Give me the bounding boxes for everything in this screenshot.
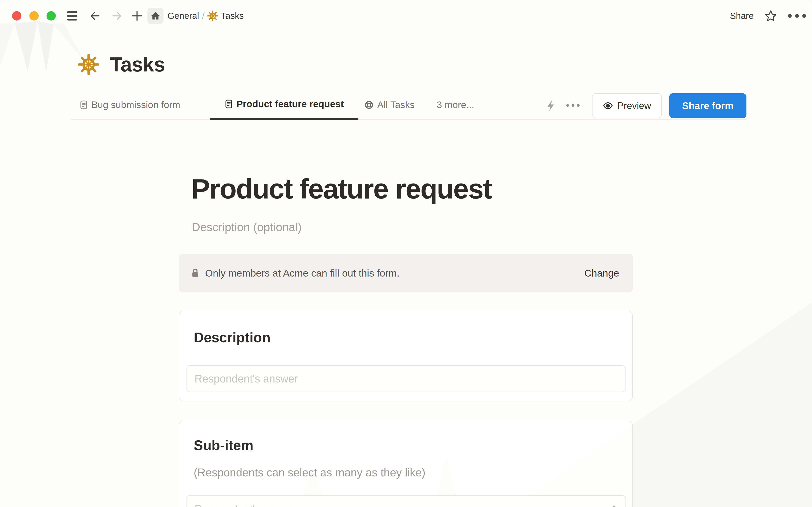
traffic-light-close-button[interactable] (12, 11, 21, 20)
tab-label: Product feature request (236, 99, 344, 110)
tabs-more-options-icon[interactable] (566, 101, 580, 110)
breadcrumb-current[interactable]: Tasks (221, 11, 244, 21)
automation-bolt-icon[interactable] (544, 97, 558, 114)
toolbar-right: Share (730, 0, 806, 32)
answer-input-sub-item[interactable] (186, 495, 626, 507)
page-title: Tasks (110, 53, 165, 76)
tab-label: Bug submission form (91, 99, 180, 110)
page-header: Tasks (78, 53, 165, 76)
sidebar-menu-icon[interactable] (67, 11, 77, 20)
breadcrumb-root[interactable]: General (168, 11, 199, 21)
tab-label: All Tasks (377, 99, 415, 110)
access-notice-text: Only members at Acme can fill out this f… (205, 267, 579, 279)
globe-icon (364, 100, 373, 109)
select-chevrons-icon[interactable] (610, 504, 618, 507)
question-card-sub-item: Sub-item (Respondents can select as many… (179, 421, 633, 507)
back-arrow-icon[interactable] (90, 10, 101, 21)
forward-arrow-icon[interactable] (111, 10, 122, 21)
traffic-light-zoom-button[interactable] (47, 11, 56, 20)
form-doc-icon (225, 100, 233, 108)
tabs-more-button[interactable]: 3 more... (437, 90, 474, 120)
window-toolbar: General / Tasks Share (0, 0, 812, 32)
breadcrumb-separator: / (202, 11, 205, 21)
helm-icon (208, 11, 218, 21)
answer-field-wrap (186, 495, 626, 507)
favorite-star-icon[interactable] (765, 10, 777, 22)
share-form-button[interactable]: Share form (669, 93, 746, 118)
question-title[interactable]: Sub-item (194, 437, 253, 453)
question-title[interactable]: Description (194, 329, 271, 345)
new-tab-plus-icon[interactable] (131, 10, 142, 21)
answer-input-description[interactable] (186, 365, 626, 392)
tab-product-feature-request[interactable]: Product feature request (211, 90, 358, 120)
traffic-light-minimize-button[interactable] (30, 11, 39, 20)
form-tabs-bar: Bug submission form Product feature requ… (0, 90, 812, 120)
home-icon (151, 11, 160, 21)
access-change-button[interactable]: Change (584, 267, 619, 279)
question-card-description: Description (179, 311, 633, 401)
question-hint: (Respondents can select as many as they … (194, 466, 425, 479)
preview-button[interactable]: Preview (592, 93, 662, 118)
more-options-icon[interactable] (788, 14, 806, 18)
home-button[interactable] (148, 8, 164, 24)
access-notice: Only members at Acme can fill out this f… (179, 254, 633, 292)
tab-all-tasks[interactable]: All Tasks (364, 90, 415, 120)
form-title[interactable]: Product feature request (191, 173, 491, 205)
tab-bug-submission-form[interactable]: Bug submission form (80, 90, 180, 120)
form-description-placeholder[interactable]: Description (optional) (192, 220, 302, 234)
eye-icon (603, 101, 613, 111)
breadcrumb: General / Tasks (168, 0, 244, 32)
lock-icon (191, 268, 199, 278)
page-helm-icon[interactable] (78, 54, 99, 75)
answer-field-wrap (186, 365, 626, 392)
preview-label: Preview (617, 100, 651, 111)
app-window: General / Tasks Share (0, 0, 812, 507)
share-button[interactable]: Share (730, 11, 754, 21)
form-doc-icon (80, 100, 88, 109)
